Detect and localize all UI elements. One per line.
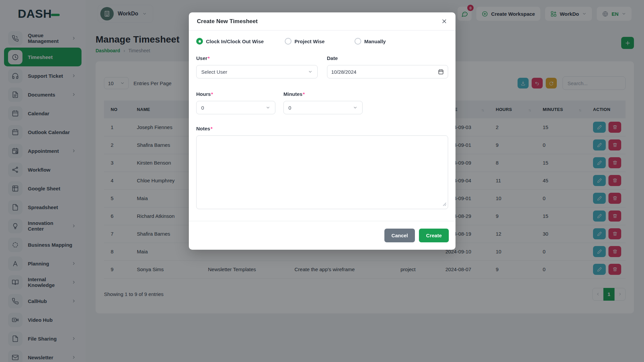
notes-field: Notes* xyxy=(196,126,448,209)
hours-field: Hours* 0 xyxy=(196,91,275,114)
hours-label: Hours* xyxy=(196,91,275,97)
cancel-button[interactable]: Cancel xyxy=(384,229,415,242)
user-field: User* Select User xyxy=(196,55,318,78)
modal-header: Create New Timesheet xyxy=(189,12,455,31)
user-label: User* xyxy=(196,55,318,61)
resize-handle-icon[interactable] xyxy=(443,201,446,207)
radio-checked-icon xyxy=(196,38,203,45)
notes-textarea[interactable] xyxy=(196,135,448,209)
user-select[interactable]: Select User xyxy=(196,65,318,78)
minutes-label: Minutes* xyxy=(283,91,363,97)
chevron-down-icon xyxy=(353,105,358,110)
chevron-down-icon xyxy=(308,69,313,74)
date-input[interactable] xyxy=(331,69,438,75)
date-input-wrap xyxy=(327,65,448,78)
modal-title: Create New Timesheet xyxy=(197,18,258,25)
calendar-icon[interactable] xyxy=(438,69,444,75)
hours-select-value: 0 xyxy=(201,105,204,111)
timesheet-type-radios: Clock In/Clock Out WiseProject WiseManua… xyxy=(196,38,448,45)
radio-unchecked-icon xyxy=(355,38,361,45)
radio-manually[interactable]: Manually xyxy=(355,38,386,45)
close-icon xyxy=(441,18,447,24)
minutes-select[interactable]: 0 xyxy=(283,101,363,114)
create-button[interactable]: Create xyxy=(419,229,449,242)
close-button[interactable] xyxy=(441,18,447,24)
modal-footer: Cancel Create xyxy=(189,221,455,250)
radio-clock-in-clock-out-wise[interactable]: Clock In/Clock Out Wise xyxy=(196,38,285,45)
user-select-value: Select User xyxy=(201,69,227,75)
radio-unchecked-icon xyxy=(285,38,291,45)
date-field: Date xyxy=(327,55,448,78)
radio-project-wise[interactable]: Project Wise xyxy=(285,38,355,45)
notes-label: Notes* xyxy=(196,126,448,131)
minutes-select-value: 0 xyxy=(288,105,291,111)
chevron-down-icon xyxy=(266,105,270,110)
modal-body: Clock In/Clock Out WiseProject WiseManua… xyxy=(189,31,455,221)
date-label: Date xyxy=(327,55,448,61)
hours-select[interactable]: 0 xyxy=(196,101,275,114)
create-timesheet-modal: Create New Timesheet Clock In/Clock Out … xyxy=(189,12,455,250)
minutes-field: Minutes* 0 xyxy=(283,91,363,114)
